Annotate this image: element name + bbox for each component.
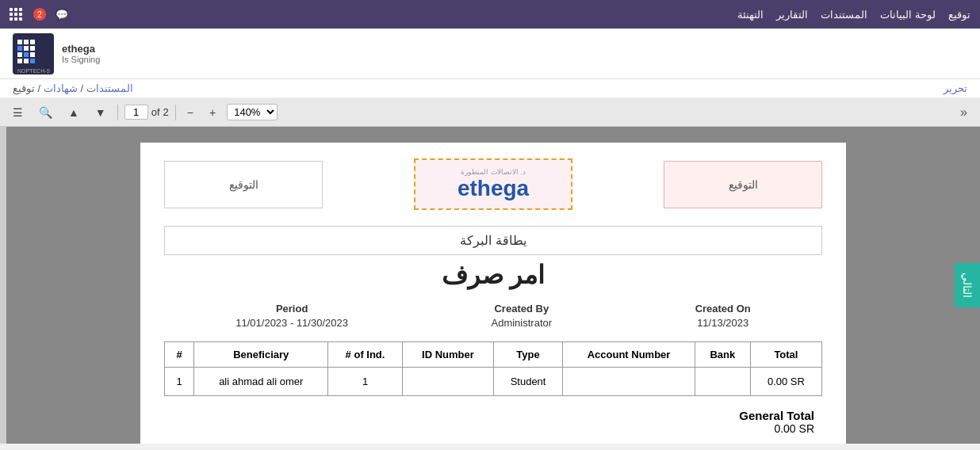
zoom-out-button[interactable]: − — [182, 105, 198, 120]
breadcrumb-sign: توقيع — [13, 82, 35, 94]
created-on-meta: Created On 11/13/2023 — [695, 303, 751, 329]
grid-icon[interactable] — [10, 8, 22, 21]
svg-text:NOPTECH-S: NOPTECH-S — [17, 68, 51, 74]
topbar-left: 2 💬 — [10, 8, 68, 21]
sig-box-left[interactable]: التوقيع — [164, 161, 323, 208]
doc-main-title: امر صرف — [164, 260, 822, 290]
general-total: General Total 0.00 SR — [164, 409, 822, 435]
brand-subtitle: Is Signing — [62, 55, 100, 64]
period-meta: Period 11/01/2023 - 11/30/2023 — [235, 303, 348, 329]
document-container: التوقيع د. الاتصالات المتطورة ethega الت… — [6, 127, 980, 444]
main-title-text: امر صرف — [442, 261, 546, 289]
notification-badge: 2 — [33, 8, 46, 21]
col-bank: Bank — [695, 342, 750, 368]
logo-area: NOPTECH-S ethega Is Signing — [13, 33, 100, 74]
zoom-in-button[interactable]: + — [205, 105, 220, 120]
svg-rect-12 — [30, 59, 35, 63]
logo-text: ethega Is Signing — [62, 43, 100, 64]
data-table: # Beneficiary # of Ind. ID Number Type A… — [164, 341, 822, 396]
svg-rect-10 — [17, 59, 22, 63]
svg-rect-6 — [30, 46, 35, 51]
breadcrumb-sep1: / — [78, 82, 83, 94]
panel-toggle-button[interactable]: ☰ — [8, 105, 28, 120]
topbar: 2 💬 توقيع لوحة البيانات المستندات التقار… — [0, 0, 980, 29]
period-label: Period — [235, 303, 348, 315]
logo-svg: NOPTECH-S — [13, 33, 54, 74]
col-id-number: ID Number — [402, 342, 493, 368]
sig-brand: ethega — [457, 176, 529, 201]
table-cell-5 — [563, 368, 695, 396]
svg-rect-11 — [24, 59, 29, 63]
svg-rect-9 — [30, 52, 35, 57]
table-cell-7: 0.00 SR — [750, 368, 821, 396]
down-button[interactable]: ▼ — [90, 105, 111, 120]
table-cell-6 — [695, 368, 750, 396]
toolbar-right: » — [955, 104, 972, 121]
col-ind: # of Ind. — [328, 342, 403, 368]
svg-rect-4 — [17, 46, 22, 51]
left-scrollbar — [0, 127, 6, 444]
nav-dashboard[interactable]: لوحة البيانات — [880, 9, 936, 21]
col-num: # — [165, 342, 194, 368]
breadcrumb-certificates[interactable]: شهادات — [44, 82, 78, 94]
nav-congrats[interactable]: التهنئة — [737, 9, 764, 21]
main-area: التوقيع د. الاتصالات المتطورة ethega الت… — [0, 127, 980, 444]
table-header-row: # Beneficiary # of Ind. ID Number Type A… — [165, 342, 822, 368]
svg-rect-8 — [24, 52, 29, 57]
table-row: 1ali ahmad ali omer1Student0.00 SR — [165, 368, 822, 396]
next-button[interactable]: التالي — [955, 263, 980, 307]
page-info: of 2 — [124, 105, 169, 120]
signature-row: التوقيع د. الاتصالات المتطورة ethega الت… — [164, 158, 822, 210]
svg-rect-2 — [24, 40, 29, 44]
created-on-value: 11/13/2023 — [695, 317, 751, 329]
svg-rect-5 — [24, 46, 29, 51]
toolbar: ☰ 🔍 ▲ ▼ of 2 − + 140% 100% 75% 50% » — [0, 98, 980, 127]
page-of-label: of — [151, 106, 160, 118]
zoom-select[interactable]: 140% 100% 75% 50% — [227, 104, 278, 120]
toolbar-separator-2 — [175, 105, 176, 120]
topbar-nav: توقيع لوحة البيانات المستندات التقارير ا… — [737, 9, 970, 21]
table-cell-4: Student — [493, 368, 562, 396]
table-cell-3 — [402, 368, 493, 396]
nav-reports[interactable]: التقارير — [776, 9, 808, 21]
edit-button[interactable]: تحرير — [944, 82, 967, 94]
sig-center-small: د. الاتصالات المتطورة — [461, 168, 526, 176]
col-beneficiary: Beneficiary — [194, 342, 328, 368]
sig-left-label: التوقيع — [229, 178, 258, 191]
brand-name: ethega — [62, 43, 100, 55]
svg-rect-7 — [17, 52, 22, 57]
table-cell-2: 1 — [328, 368, 403, 396]
search-button[interactable]: 🔍 — [34, 105, 57, 120]
logobar: NOPTECH-S ethega Is Signing — [0, 29, 980, 79]
breadcrumb-documents[interactable]: المستندات — [86, 82, 133, 94]
created-by-meta: Created By Administrator — [492, 303, 553, 329]
page-total: 2 — [163, 106, 169, 118]
col-type: Type — [493, 342, 562, 368]
up-button[interactable]: ▲ — [63, 105, 84, 120]
document-page: التوقيع د. الاتصالات المتطورة ethega الت… — [140, 143, 846, 444]
title-bar-text: يطاقة البركة — [460, 234, 526, 247]
nav-documents[interactable]: المستندات — [821, 9, 867, 21]
doc-title-bar: يطاقة البركة — [164, 226, 822, 255]
general-total-value: 0.00 SR — [164, 422, 814, 435]
breadcrumb-sep2: / — [35, 82, 40, 94]
toolbar-separator — [117, 105, 118, 120]
meta-row: Period 11/01/2023 - 11/30/2023 Created B… — [164, 303, 822, 329]
created-on-label: Created On — [695, 303, 751, 315]
chat-icon[interactable]: 💬 — [56, 9, 68, 21]
table-cell-1: ali ahmad ali omer — [194, 368, 328, 396]
svg-rect-1 — [17, 40, 22, 44]
sig-box-right[interactable]: التوقيع — [664, 161, 822, 208]
nav-tawqee[interactable]: توقيع — [948, 9, 970, 21]
collapse-button[interactable]: » — [955, 104, 972, 121]
breadcrumb-bar: تحرير المستندات / شهادات / توقيع — [0, 79, 980, 98]
svg-rect-3 — [30, 40, 35, 44]
breadcrumb: المستندات / شهادات / توقيع — [13, 82, 133, 94]
page-current-input[interactable] — [124, 105, 148, 120]
sig-right-label: التوقيع — [729, 178, 758, 191]
sig-box-center[interactable]: د. الاتصالات المتطورة ethega — [414, 158, 572, 210]
table-cell-0: 1 — [165, 368, 194, 396]
general-total-label: General Total — [164, 409, 814, 422]
created-by-value: Administrator — [492, 317, 553, 329]
period-value: 11/01/2023 - 11/30/2023 — [235, 317, 348, 329]
